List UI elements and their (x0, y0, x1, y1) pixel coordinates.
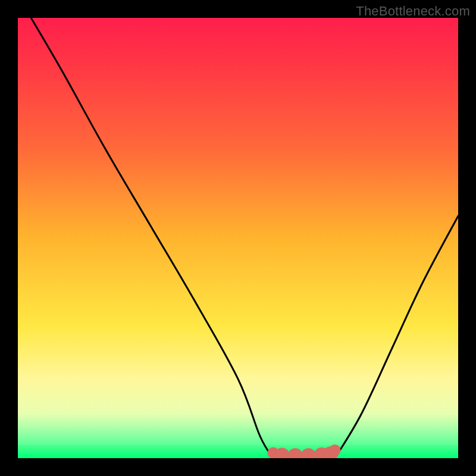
attribution-text: TheBottleneck.com (356, 4, 470, 19)
bottleneck-curves (31, 18, 458, 458)
marker-dot (329, 444, 340, 456)
chart-frame: TheBottleneck.com (0, 0, 476, 476)
optimal-markers (268, 444, 341, 458)
curve-right (335, 216, 458, 458)
plot-area (18, 18, 458, 458)
curve-layer (18, 18, 458, 458)
marker-dot (287, 448, 303, 458)
curve-left (31, 18, 273, 458)
